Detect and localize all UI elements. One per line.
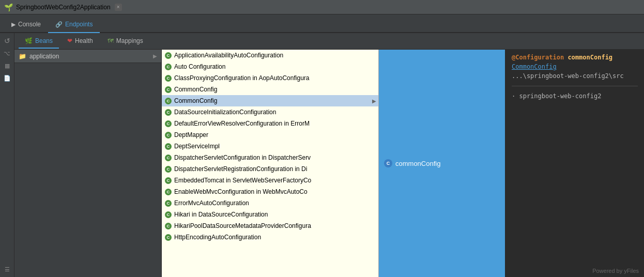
title-bar-text: SpringbootWebConfig2Application bbox=[16, 4, 111, 11]
selected-bean-node[interactable]: C commonConfig bbox=[379, 50, 505, 277]
tree-arrow-icon: ▶ bbox=[153, 53, 157, 59]
bean-item[interactable]: C CommonConfig bbox=[162, 84, 378, 95]
detail-pane: C commonConfig @Configuration commonConf… bbox=[379, 50, 644, 277]
bean-icon: C bbox=[165, 52, 172, 59]
detail-project-label: · springboot-web-config2 bbox=[512, 93, 638, 100]
bean-item[interactable]: C ApplicationAvailabilityAutoConfigurati… bbox=[162, 50, 378, 61]
bean-item[interactable]: C Auto Configuration bbox=[162, 61, 378, 72]
sub-tabs-bar: 🌿 Beans ❤ Health 🗺 Mappings bbox=[14, 33, 644, 50]
tool1-button[interactable]: ⌥ bbox=[2, 48, 13, 59]
bean-icon: C bbox=[165, 189, 172, 195]
bean-icon: C bbox=[165, 223, 172, 229]
bean-item-commonconfig-selected[interactable]: C CommonConfig ▶ bbox=[162, 95, 378, 106]
bean-item[interactable]: C Hikari in DataSourceConfiguration bbox=[162, 209, 378, 220]
endpoints-icon: 🔗 bbox=[55, 21, 63, 28]
bean-item[interactable]: C EmbeddedTomcat in ServletWebServerFact… bbox=[162, 175, 378, 186]
beans-icon: 🌿 bbox=[25, 37, 33, 44]
console-icon: ▶ bbox=[11, 21, 16, 28]
bean-list-pane: C ApplicationAvailabilityAutoConfigurati… bbox=[162, 50, 379, 277]
bean-expand-arrow-icon: ▶ bbox=[372, 98, 376, 104]
bean-icon: C bbox=[165, 75, 172, 82]
bean-icon: C bbox=[165, 155, 172, 161]
mappings-icon: 🗺 bbox=[108, 37, 114, 44]
tree-application-node[interactable]: 📁 application ▶ bbox=[14, 50, 161, 63]
bean-item[interactable]: C ClassProxyingConfiguration in AopAutoC… bbox=[162, 72, 378, 84]
tab-console[interactable]: ▶ Console bbox=[4, 17, 48, 33]
tab-beans[interactable]: 🌿 Beans bbox=[19, 34, 59, 49]
detail-annotation-line: @Configuration commonConfig bbox=[512, 54, 638, 61]
powered-by-label: Powered by yFiles bbox=[592, 268, 639, 274]
tab-mappings[interactable]: 🗺 Mappings bbox=[101, 34, 149, 49]
detail-info-panel: @Configuration commonConfig CommonConfig… bbox=[505, 50, 644, 277]
bean-item[interactable]: C EnableWebMvcConfiguration in WebMvcAut… bbox=[162, 186, 378, 197]
selected-bean-icon: C bbox=[384, 159, 392, 167]
bean-item[interactable]: C DispatcherServletConfiguration in Disp… bbox=[162, 152, 378, 163]
bean-icon: C bbox=[165, 234, 172, 241]
bean-icon: C bbox=[165, 143, 172, 150]
bean-icon: C bbox=[165, 109, 172, 116]
folder-icon: 📁 bbox=[19, 53, 26, 60]
bean-item[interactable]: C DispatcherServletRegistrationConfigura… bbox=[162, 163, 378, 175]
bean-icon: C bbox=[165, 166, 172, 173]
bean-icon: C bbox=[165, 120, 172, 127]
bean-item[interactable]: C DeptServiceImpl bbox=[162, 141, 378, 152]
title-bar: 🌱 SpringbootWebConfig2Application × bbox=[0, 0, 644, 14]
bean-icon: C bbox=[165, 64, 172, 70]
bean-icon: C bbox=[165, 132, 172, 138]
bean-icon: C bbox=[165, 98, 172, 104]
bean-item[interactable]: C DataSourceInitializationConfiguration bbox=[162, 106, 378, 118]
settings-button[interactable]: ☰ bbox=[2, 264, 13, 275]
bean-item[interactable]: C HttpEncodingAutoConfiguration bbox=[162, 232, 378, 243]
sidebar-icons: ↺ ⌥ ▦ 📄 ☰ bbox=[0, 33, 14, 277]
refresh-button[interactable]: ↺ bbox=[2, 35, 13, 47]
bean-item[interactable]: C DefaultErrorViewResolverConfiguration … bbox=[162, 118, 378, 129]
top-tabs-bar: ▶ Console 🔗 Endpoints bbox=[0, 14, 644, 33]
detail-classname-line: CommonConfig bbox=[512, 63, 638, 70]
detail-divider bbox=[512, 86, 638, 86]
doc-button[interactable]: 📄 bbox=[2, 72, 13, 84]
detail-path-line: ...\springboot-web-config2\src bbox=[512, 72, 638, 80]
bean-item[interactable]: C ErrorMvcAutoConfiguration bbox=[162, 197, 378, 209]
title-bar-close[interactable]: × bbox=[115, 4, 122, 11]
application-tree-pane: 📁 application ▶ bbox=[14, 50, 162, 277]
bean-item[interactable]: C DeptMapper bbox=[162, 129, 378, 141]
detail-class-link[interactable]: CommonConfig bbox=[512, 63, 557, 70]
tab-endpoints[interactable]: 🔗 Endpoints bbox=[48, 17, 100, 33]
bean-icon: C bbox=[165, 177, 172, 184]
bean-icon: C bbox=[165, 86, 172, 93]
title-bar-icon: 🌱 bbox=[4, 3, 13, 11]
health-icon: ❤ bbox=[67, 37, 72, 44]
bean-icon: C bbox=[165, 200, 172, 207]
tab-health[interactable]: ❤ Health bbox=[61, 34, 99, 49]
bean-icon: C bbox=[165, 211, 172, 218]
chart-button[interactable]: ▦ bbox=[2, 60, 13, 71]
bean-item[interactable]: C HikariPoolDataSourceMetadataProviderCo… bbox=[162, 220, 378, 232]
